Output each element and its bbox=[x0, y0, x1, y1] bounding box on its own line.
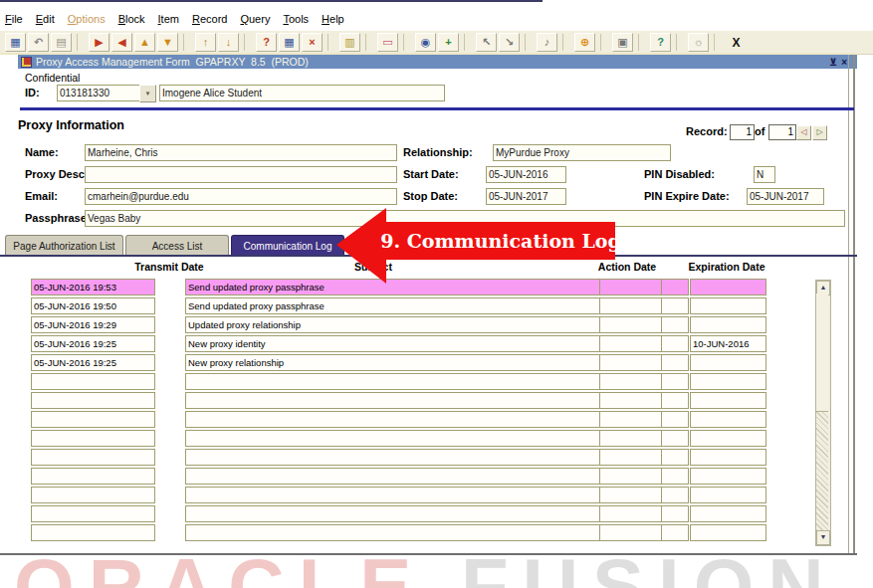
id-dropdown-button[interactable]: ▼ bbox=[139, 85, 156, 102]
tab-access-list[interactable]: Access List bbox=[125, 235, 229, 256]
transmit-date-cell[interactable]: 05-JUN-2016 19:25 bbox=[31, 354, 155, 371]
id-input[interactable]: 013181330 bbox=[57, 85, 140, 101]
scrollbar-thumb[interactable] bbox=[816, 294, 828, 412]
menu-item[interactable]: Item bbox=[158, 13, 179, 25]
transmit-date-cell[interactable]: 05-JUN-2016 19:29 bbox=[31, 316, 155, 333]
action-date-cell[interactable] bbox=[599, 316, 662, 333]
expiration-date-cell[interactable] bbox=[690, 373, 766, 390]
action-date-cell[interactable] bbox=[599, 373, 662, 390]
exit-icon[interactable]: X bbox=[726, 33, 747, 52]
transmit-date-cell[interactable]: 05-JUN-2016 19:50 bbox=[31, 297, 155, 314]
action-date-cell[interactable] bbox=[599, 411, 662, 428]
start-date-input[interactable]: 05-JUN-2016 bbox=[486, 166, 566, 183]
help-icon[interactable]: ? bbox=[650, 33, 671, 52]
form-title-bar[interactable]: Proxy Access Management Form GPAPRXY 8.5… bbox=[18, 55, 857, 69]
copy-icon[interactable]: ▥ bbox=[339, 33, 360, 52]
action-date-cell[interactable] bbox=[599, 487, 662, 503]
action-date-cell[interactable] bbox=[599, 354, 662, 371]
previous-record-icon[interactable]: ▲ bbox=[134, 33, 155, 52]
expiration-date-cell[interactable] bbox=[690, 487, 766, 503]
print-icon[interactable]: ▭ bbox=[377, 33, 398, 52]
action-date-cell[interactable] bbox=[599, 297, 662, 314]
email-input[interactable]: cmarhein@purdue.edu bbox=[85, 188, 397, 205]
menu-tools[interactable]: Tools bbox=[283, 13, 309, 25]
transmit-date-cell[interactable]: 05-JUN-2016 19:53 bbox=[31, 279, 155, 295]
insert-record-icon[interactable]: ▶ bbox=[89, 33, 109, 52]
tab-communication-log[interactable]: Communication Log bbox=[231, 235, 344, 256]
execute-query-icon[interactable]: ▦ bbox=[279, 33, 300, 52]
transmit-date-cell[interactable] bbox=[31, 430, 155, 447]
menu-help[interactable]: Help bbox=[322, 13, 344, 25]
previous-window-icon[interactable]: ↖ bbox=[476, 33, 497, 52]
pin-expire-date-input[interactable]: 05-JUN-2017 bbox=[747, 188, 824, 205]
expiration-date-cell[interactable] bbox=[690, 392, 766, 409]
id-name-input[interactable]: Imogene Alice Student bbox=[159, 85, 445, 101]
previous-block-icon[interactable]: ↑ bbox=[195, 33, 216, 52]
expiration-date-cell[interactable] bbox=[690, 316, 766, 333]
window-right-border-outer[interactable] bbox=[853, 55, 855, 554]
expiration-date-cell[interactable] bbox=[690, 279, 766, 295]
vertical-scrollbar[interactable]: ▲ ▼ bbox=[815, 280, 831, 546]
transmit-date-cell[interactable]: 05-JUN-2016 19:25 bbox=[31, 335, 155, 352]
action-date-cell[interactable] bbox=[599, 449, 662, 466]
window-icon[interactable]: ▣ bbox=[612, 33, 633, 52]
start-date-label: Start Date: bbox=[403, 168, 459, 180]
proxy-desc-input[interactable] bbox=[85, 166, 397, 183]
transmit-date-cell[interactable] bbox=[31, 487, 155, 503]
expiration-date-cell[interactable] bbox=[690, 297, 766, 314]
transmit-date-cell[interactable] bbox=[31, 524, 155, 541]
action-date-cell[interactable] bbox=[599, 335, 662, 352]
search-icon[interactable]: ◉ bbox=[415, 33, 436, 52]
compass-icon[interactable]: ⊕ bbox=[574, 33, 595, 52]
next-block-icon[interactable]: ↓ bbox=[218, 33, 239, 52]
action-date-cell[interactable] bbox=[599, 392, 662, 409]
action-date-cell[interactable] bbox=[599, 505, 662, 522]
menu-options[interactable]: Options bbox=[68, 13, 106, 25]
expiration-date-cell[interactable] bbox=[690, 430, 766, 447]
enter-query-icon[interactable]: ? bbox=[256, 33, 277, 52]
cancel-query-icon[interactable]: × bbox=[302, 33, 323, 52]
record-number-field[interactable]: 1 bbox=[730, 124, 755, 140]
transmit-date-cell[interactable] bbox=[31, 373, 155, 390]
action-date-cell[interactable] bbox=[599, 468, 662, 485]
expiration-date-cell[interactable] bbox=[690, 505, 766, 522]
menu-query[interactable]: Query bbox=[240, 13, 270, 25]
expiration-date-cell[interactable] bbox=[690, 354, 766, 371]
rollback-icon[interactable]: ↶ bbox=[28, 33, 49, 52]
next-record-button[interactable]: ▷ bbox=[812, 125, 827, 140]
select-icon[interactable]: ▤ bbox=[51, 33, 72, 52]
broadcast-icon[interactable]: ♪ bbox=[537, 33, 557, 52]
tab-page-authorization-list[interactable]: Page Authorization List bbox=[5, 235, 123, 256]
next-record-icon[interactable]: ▼ bbox=[157, 33, 178, 52]
menu-edit[interactable]: Edit bbox=[36, 13, 55, 25]
lightbulb-icon[interactable]: ☼ bbox=[688, 33, 709, 52]
save-icon[interactable]: ▦ bbox=[5, 33, 26, 52]
expiration-date-cell[interactable]: 10-JUN-2016 bbox=[690, 335, 766, 352]
restore-window-icon[interactable]: ⊻ bbox=[829, 57, 841, 68]
transmit-date-cell[interactable] bbox=[31, 392, 155, 409]
relationship-input[interactable]: MyPurdue Proxy bbox=[493, 144, 671, 161]
action-date-cell[interactable] bbox=[599, 430, 662, 447]
transmit-date-cell[interactable] bbox=[31, 468, 155, 485]
pin-disabled-input[interactable]: N bbox=[754, 166, 775, 183]
previous-record-button[interactable]: ◁ bbox=[796, 125, 811, 140]
transmit-date-cell[interactable] bbox=[31, 449, 155, 466]
expiration-date-cell[interactable] bbox=[690, 524, 766, 541]
expiration-date-cell[interactable] bbox=[690, 449, 766, 466]
action-date-cell[interactable] bbox=[599, 524, 662, 541]
expiration-date-cell[interactable] bbox=[690, 468, 766, 485]
next-window-icon[interactable]: ↘ bbox=[499, 33, 520, 52]
transmit-date-cell[interactable] bbox=[31, 505, 155, 522]
expiration-date-cell[interactable] bbox=[690, 411, 766, 428]
menu-file[interactable]: File bbox=[5, 13, 23, 25]
record-total-field[interactable]: 1 bbox=[768, 124, 796, 140]
add-icon[interactable]: + bbox=[438, 33, 459, 52]
close-window-icon[interactable]: × bbox=[841, 57, 851, 68]
transmit-date-cell[interactable] bbox=[31, 411, 155, 428]
name-input[interactable]: Marheine, Chris bbox=[85, 144, 397, 161]
stop-date-input[interactable]: 05-JUN-2017 bbox=[486, 188, 566, 205]
remove-record-icon[interactable]: ◀ bbox=[111, 33, 132, 52]
menu-record[interactable]: Record bbox=[192, 13, 227, 25]
menu-block[interactable]: Block bbox=[118, 13, 145, 25]
scrollbar-track[interactable] bbox=[816, 412, 828, 530]
